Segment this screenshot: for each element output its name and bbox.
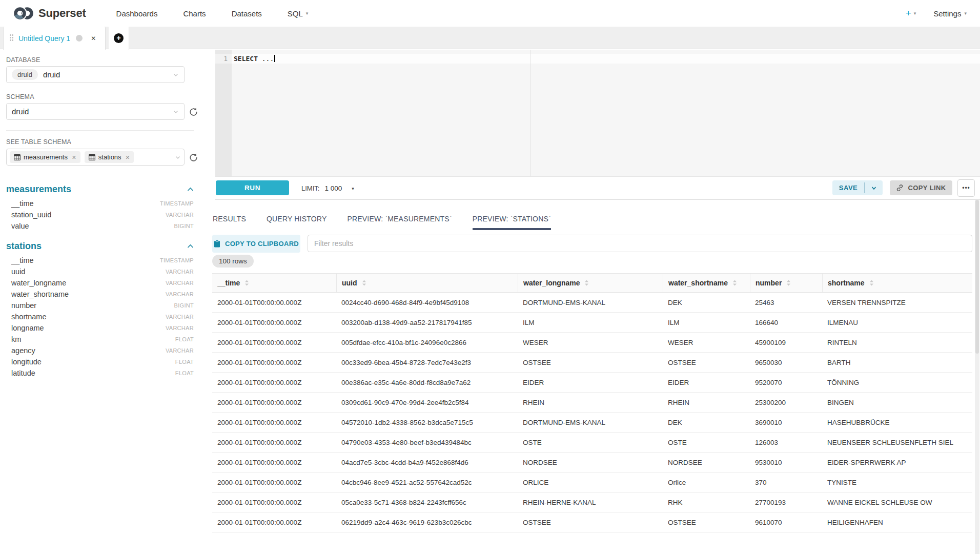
column-header-__time[interactable]: __time [212, 274, 336, 292]
schema-column-row: agencyVARCHAR [6, 345, 194, 356]
table-cell: 2000-01-01T00:00:00.000Z [212, 313, 336, 332]
column-header-water_longname[interactable]: water_longname [518, 274, 663, 292]
column-type: BIGINT [174, 223, 194, 229]
drag-handle-icon[interactable] [10, 34, 14, 42]
tab-results[interactable]: RESULTS [213, 200, 246, 230]
table-schema-list: measurements__timeTIMESTAMPstation_uuidV… [6, 182, 194, 386]
table-cell: 0309cd61-90c9-470e-99d4-2ee4fb2c5f84 [336, 393, 518, 412]
vertical-scrollbar[interactable] [975, 200, 979, 554]
schema-column-row: longnameVARCHAR [6, 322, 194, 334]
table-cell: OSTSEE [663, 512, 750, 532]
schema-column-row: kmFLOAT [6, 334, 194, 345]
column-header-water_shortname[interactable]: water_shortname [663, 274, 750, 292]
new-item-menu-button[interactable]: + ▾ [906, 9, 916, 17]
results-table: __timeuuidwater_longnamewater_shortnamen… [212, 273, 972, 532]
column-type: BIGINT [174, 302, 194, 309]
table-select[interactable]: measurements✕stations✕ [6, 149, 185, 166]
column-header-shortname[interactable]: shortname [822, 274, 972, 292]
chevron-down-icon: ▾ [352, 186, 354, 191]
filter-results-input[interactable] [308, 235, 972, 252]
table-cell: OSTE [663, 433, 750, 452]
column-type: VARCHAR [166, 325, 194, 331]
column-header-uuid[interactable]: uuid [336, 274, 518, 292]
sql-editor[interactable]: 1 SELECT ... [215, 50, 980, 177]
schema-label: SCHEMA [6, 93, 34, 100]
table-chip-measurements[interactable]: measurements✕ [10, 151, 80, 163]
collapse-icon[interactable] [187, 187, 194, 192]
refresh-schema-icon[interactable] [188, 106, 199, 117]
table-chip-stations[interactable]: stations✕ [85, 151, 134, 163]
table-cell: 005dfdae-efcc-410a-bf1c-24096e0c2866 [336, 333, 518, 352]
sort-icon [732, 280, 737, 286]
nav-item-dashboards[interactable]: Dashboards [104, 9, 171, 18]
sql-code-line[interactable]: SELECT ... [234, 54, 275, 64]
column-header-label: number [756, 279, 782, 287]
table-cell: ILM [663, 313, 750, 332]
table-row: 2000-01-01T00:00:00.000Z0309cd61-90c9-47… [212, 393, 972, 413]
tab-query-history[interactable]: QUERY HISTORY [267, 200, 327, 230]
tab-untitled-query[interactable]: Untitled Query 1 ✕ [3, 27, 106, 50]
schema-section-header[interactable]: measurements [6, 182, 194, 196]
database-select[interactable]: druid druid [6, 66, 185, 83]
table-cell: 2000-01-01T00:00:00.000Z [212, 333, 336, 352]
table-row: 2000-01-01T00:00:00.000Z04acd7e5-3cbc-4c… [212, 453, 972, 473]
remove-chip-icon[interactable]: ✕ [126, 154, 130, 160]
table-cell: BARTH [822, 353, 972, 372]
table-row: 2000-01-01T00:00:00.000Z00e386ac-e35c-4a… [212, 373, 972, 393]
schema-column-row: numberBIGINT [6, 300, 194, 311]
sort-icon [244, 280, 249, 286]
collapse-icon[interactable] [187, 244, 194, 249]
table-cell: 2000-01-01T00:00:00.000Z [212, 373, 336, 392]
schema-column-row: uuidVARCHAR [6, 266, 194, 277]
table-cell: NORDSEE [518, 453, 663, 472]
chevron-down-icon [175, 154, 181, 160]
nav-item-charts[interactable]: Charts [170, 9, 218, 18]
nav-item-datasets[interactable]: Datasets [219, 9, 275, 18]
run-button[interactable]: RUN [216, 180, 289, 195]
copy-link-button[interactable]: COPY LINK [890, 180, 952, 195]
limit-dropdown[interactable]: LIMIT: 1 000 ▾ [301, 177, 354, 200]
table-cell: OSTE [518, 433, 663, 452]
table-cell: 00c33ed9-6bea-45b4-8728-7edc7e43e2f3 [336, 353, 518, 372]
superset-logo-icon [13, 7, 34, 20]
schema-column-row: latitudeFLOAT [6, 367, 194, 379]
table-chip-label: stations [98, 153, 121, 161]
settings-label: Settings [933, 9, 961, 18]
column-type: TIMESTAMP [160, 257, 194, 263]
copy-link-label: COPY LINK [908, 184, 946, 192]
database-type-pill: druid [12, 69, 38, 80]
column-header-number[interactable]: number [750, 274, 822, 292]
column-name: water_shortname [11, 290, 69, 298]
settings-menu-button[interactable]: Settings ▾ [933, 9, 967, 18]
table-cell: WESER [663, 333, 750, 352]
save-button[interactable]: SAVE [832, 180, 864, 195]
table-cell: 05ca0e33-5c71-4368-b824-2243fcff656c [336, 493, 518, 512]
schema-select[interactable]: druid [6, 103, 185, 120]
more-options-button[interactable]: ••• [957, 179, 975, 197]
copy-to-clipboard-button[interactable]: COPY TO CLIPBOARD [212, 235, 300, 253]
column-type: FLOAT [175, 370, 194, 376]
table-cell: OSTSEE [518, 512, 663, 532]
query-tab-bar: Untitled Query 1 ✕ + [0, 27, 980, 49]
table-cell: DORTMUND-EMS-KANAL [518, 293, 663, 312]
table-cell: 04acd7e5-3cbc-4cdd-b4a9-f452e868f4d6 [336, 453, 518, 472]
scrollbar-thumb[interactable] [975, 200, 979, 354]
top-navbar: Superset DashboardsChartsDatasetsSQL▾ + … [0, 0, 980, 27]
schema-section-header[interactable]: stations [6, 239, 194, 253]
refresh-tables-icon[interactable] [188, 152, 199, 163]
tab-preview-stations[interactable]: PREVIEW: `STATIONS` [473, 200, 551, 230]
schema-column-row: station_uuidVARCHAR [6, 209, 194, 220]
superset-logo[interactable]: Superset [13, 7, 86, 20]
save-options-button[interactable] [865, 180, 883, 195]
nav-item-sql[interactable]: SQL▾ [275, 9, 321, 18]
table-cell: OSTSEE [663, 353, 750, 372]
table-cell: 2000-01-01T00:00:00.000Z [212, 293, 336, 312]
column-name: shortname [11, 313, 47, 321]
add-tab-button[interactable]: + [109, 27, 129, 50]
table-cell: RHEIN [663, 393, 750, 412]
tab-preview-measurements[interactable]: PREVIEW: `MEASUREMENTS` [347, 200, 452, 230]
table-cell: RHEIN-HERNE-KANAL [518, 493, 663, 512]
close-tab-icon[interactable]: ✕ [91, 35, 96, 42]
column-header-label: uuid [342, 279, 357, 287]
remove-chip-icon[interactable]: ✕ [72, 154, 76, 160]
